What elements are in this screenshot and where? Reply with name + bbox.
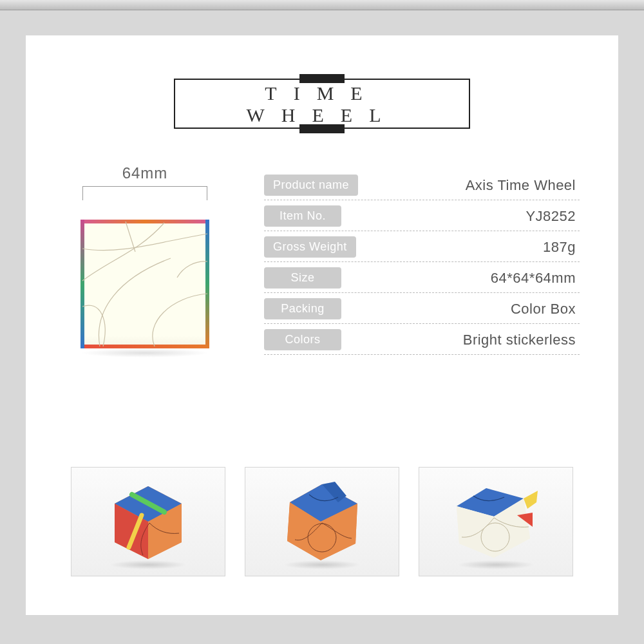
page-title: TIME WHEEL xyxy=(247,82,398,126)
title-ornament-top xyxy=(299,74,345,83)
thumbnail-2 xyxy=(245,467,399,576)
thumbnail-row xyxy=(71,467,573,576)
spec-value: YJ8252 xyxy=(354,208,580,225)
spec-row: Colors Bright stickerless xyxy=(264,324,580,355)
dimension-bracket xyxy=(82,186,207,200)
spec-row: Size 64*64*64mm xyxy=(264,262,580,293)
cube-thumb-icon xyxy=(103,477,193,567)
spec-value: Color Box xyxy=(354,301,580,317)
product-shadow xyxy=(80,348,209,357)
spec-label: Colors xyxy=(264,329,341,350)
title-ornament-bottom xyxy=(299,124,345,133)
spec-value: 64*64*64mm xyxy=(354,270,580,287)
spec-label: Item No. xyxy=(264,205,341,227)
spec-value: 187g xyxy=(369,239,580,256)
spec-row: Item No. YJ8252 xyxy=(264,200,580,231)
product-sheet: TIME WHEEL 64mm xyxy=(26,35,618,615)
svg-marker-14 xyxy=(524,491,538,509)
title-band: TIME WHEEL xyxy=(174,79,470,129)
spec-row: Product name Axis Time Wheel xyxy=(264,169,580,200)
spec-label: Gross Weight xyxy=(264,236,356,258)
spec-value: Bright stickerless xyxy=(354,332,580,348)
spec-table: Product name Axis Time Wheel Item No. YJ… xyxy=(264,164,580,357)
product-image xyxy=(80,220,209,348)
main-area: 64mm Product name Axis Time Wheel xyxy=(64,164,580,357)
spec-label: Packing xyxy=(264,298,341,319)
spec-row: Gross Weight 187g xyxy=(264,231,580,262)
spec-label: Product name xyxy=(264,175,358,196)
spec-label: Size xyxy=(264,267,341,289)
spec-row: Packing Color Box xyxy=(264,293,580,324)
cube-thumb-icon xyxy=(448,477,544,567)
title-block: TIME WHEEL xyxy=(174,74,470,133)
thumbnail-1 xyxy=(71,467,225,576)
top-stripe xyxy=(0,0,644,10)
spec-value: Axis Time Wheel xyxy=(371,177,580,194)
dimension-label: 64mm xyxy=(64,164,225,182)
thumbnail-3 xyxy=(419,467,573,576)
product-image-column: 64mm xyxy=(64,164,225,357)
cube-thumb-icon xyxy=(277,477,367,567)
cube-curve-lines xyxy=(80,220,209,348)
